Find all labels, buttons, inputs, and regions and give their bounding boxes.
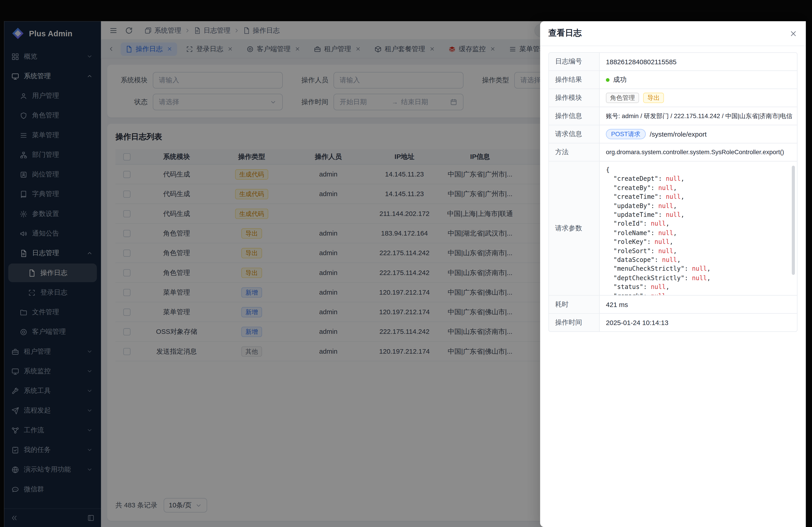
scrollbar-thumb[interactable]	[792, 166, 795, 275]
duration-value: 421 ms	[600, 296, 797, 313]
success-dot-icon	[606, 78, 609, 81]
module-tag: 角色管理	[606, 93, 639, 103]
view-log-drawer: 查看日志 日志编号 1882612840802115585 操作结果 成功 操作…	[540, 21, 806, 527]
desc-label: 操作结果	[549, 71, 600, 89]
drawer-header: 查看日志	[540, 21, 806, 46]
desc-label: 操作时间	[549, 314, 600, 331]
desc-row: 耗时 421 ms	[549, 296, 797, 314]
desc-row: 操作信息 账号: admin / 研发部门 / 222.175.114.242 …	[549, 107, 797, 125]
result-status: 成功	[600, 71, 797, 89]
log-id-value: 1882612840802115585	[600, 53, 797, 70]
params-json: { "createDept": null, "createBy": null, …	[606, 166, 711, 295]
desc-label: 耗时	[549, 296, 600, 313]
desc-label: 操作模块	[549, 89, 600, 107]
request-info: POST请求 /system/role/export	[600, 125, 797, 143]
log-descriptions: 日志编号 1882612840802115585 操作结果 成功 操作模块 角色…	[548, 52, 797, 332]
screen: Plus Admin 概览系统管理用户管理角色管理菜单管理部门管理岗位管理字典管…	[0, 0, 812, 527]
desc-row: 请求参数 { "createDept": null, "createBy": n…	[549, 162, 797, 296]
drawer-close-button[interactable]	[789, 29, 798, 37]
operation-time-value: 2025-01-24 10:14:13	[600, 314, 797, 331]
operation-info-value: 账号: admin / 研发部门 / 222.175.114.242 / 中国|…	[600, 107, 797, 125]
module-tags: 角色管理 导出	[600, 89, 797, 107]
desc-row: 操作模块 角色管理 导出	[549, 89, 797, 107]
desc-label: 请求参数	[549, 162, 600, 295]
desc-row: 日志编号 1882612840802115585	[549, 53, 797, 71]
request-url: /system/role/export	[650, 130, 707, 138]
drawer-title: 查看日志	[548, 28, 581, 39]
desc-label: 操作信息	[549, 107, 600, 125]
desc-label: 方法	[549, 144, 600, 161]
method-value: org.dromara.system.controller.system.Sys…	[600, 144, 797, 161]
desc-row: 方法 org.dromara.system.controller.system.…	[549, 144, 797, 161]
desc-row: 操作结果 成功	[549, 71, 797, 89]
params-json-cell[interactable]: { "createDept": null, "createBy": null, …	[600, 162, 797, 295]
result-text: 成功	[613, 75, 627, 84]
export-tag: 导出	[643, 93, 664, 103]
post-method-tag: POST请求	[606, 129, 646, 139]
desc-row: 请求信息 POST请求 /system/role/export	[549, 125, 797, 144]
desc-label: 请求信息	[549, 125, 600, 143]
desc-label: 日志编号	[549, 53, 600, 70]
code-scrollbar[interactable]	[792, 166, 795, 291]
desc-row: 操作时间 2025-01-24 10:14:13	[549, 314, 797, 331]
